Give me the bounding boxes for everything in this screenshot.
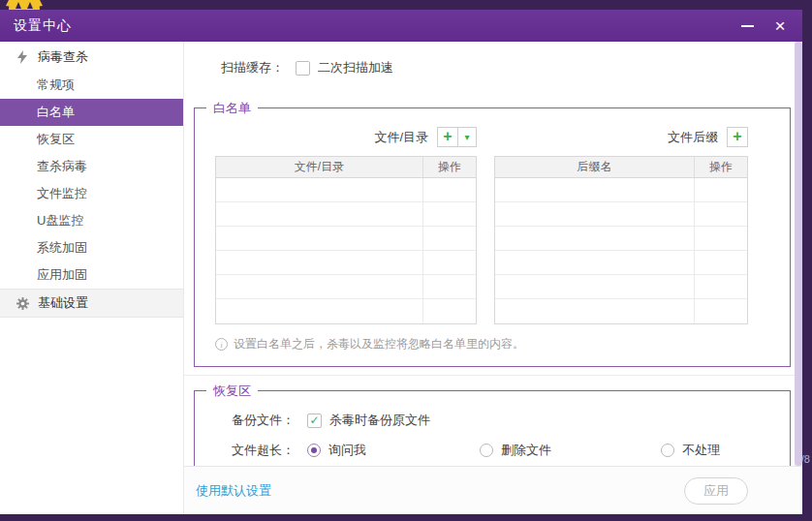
info-icon: i bbox=[215, 338, 228, 351]
footer: 使用默认设置 应用 bbox=[184, 466, 802, 514]
whitelist-section: 白名单 文件/目录 + ▾ 文件/目录 操作 bbox=[194, 107, 791, 367]
backup-checkbox[interactable]: ✓ bbox=[307, 414, 322, 428]
table-row bbox=[216, 251, 476, 275]
gear-icon bbox=[15, 297, 30, 310]
table-row bbox=[216, 178, 476, 202]
radio-icon bbox=[480, 444, 493, 457]
sidebar-item-label: 常规项 bbox=[37, 77, 75, 92]
backup-row: 备份文件： ✓ 杀毒时备份原文件 bbox=[232, 408, 790, 433]
lightning-icon bbox=[15, 50, 30, 64]
scan-cache-row: 扫描缓存： 二次扫描加速 bbox=[221, 55, 802, 80]
table-row bbox=[216, 202, 476, 227]
sidebar-item-usb-monitor[interactable]: U盘监控 bbox=[0, 207, 183, 234]
close-icon: × bbox=[774, 16, 785, 35]
sidebar-group-virus-scan[interactable]: 病毒查杀 bbox=[0, 42, 183, 72]
table-row bbox=[495, 227, 747, 251]
apply-button[interactable]: 应用 bbox=[684, 477, 748, 505]
column-header: 后缀名 bbox=[495, 157, 694, 177]
suffix-controls: 文件后缀 + bbox=[494, 126, 748, 148]
use-default-settings-link[interactable]: 使用默认设置 bbox=[196, 482, 271, 500]
whitelist-info-text: 设置白名单之后，杀毒以及监控将忽略白名单里的内容。 bbox=[234, 336, 524, 352]
sidebar-item-scan-virus[interactable]: 查杀病毒 bbox=[0, 153, 183, 180]
add-file-button[interactable]: + bbox=[437, 127, 458, 147]
sidebar-item-system-hardening[interactable]: 系统加固 bbox=[0, 234, 183, 261]
whitelist-title: 白名单 bbox=[206, 100, 258, 117]
whitelist-info: i 设置白名单之后，杀毒以及监控将忽略白名单里的内容。 bbox=[215, 336, 790, 352]
minimize-icon bbox=[741, 25, 754, 27]
overlong-row: 文件超长： 询问我 删除文件 不处理 bbox=[232, 438, 790, 463]
overlong-label: 文件超长： bbox=[232, 442, 295, 459]
scrollbar-thumb[interactable] bbox=[795, 42, 802, 466]
sidebar-item-label: 查杀病毒 bbox=[37, 159, 87, 173]
radio-label: 不处理 bbox=[682, 442, 720, 459]
minimize-button[interactable] bbox=[731, 10, 764, 42]
table-header: 文件/目录 操作 bbox=[216, 157, 476, 178]
close-button[interactable]: × bbox=[764, 10, 796, 42]
file-dir-column: 文件/目录 + ▾ 文件/目录 操作 bbox=[215, 126, 477, 324]
backup-label: 备份文件： bbox=[232, 412, 295, 429]
scrollbar[interactable] bbox=[795, 42, 802, 466]
table-row bbox=[495, 251, 747, 275]
suffix-table: 后缀名 操作 bbox=[494, 156, 748, 324]
file-dir-label: 文件/目录 bbox=[374, 129, 428, 146]
radio-ask-me[interactable]: 询问我 bbox=[307, 442, 366, 459]
recovery-title: 恢复区 bbox=[206, 383, 258, 400]
table-row bbox=[495, 178, 747, 202]
add-file-dropdown-button[interactable]: ▾ bbox=[458, 127, 477, 147]
settings-content: 扫描缓存： 二次扫描加速 白名单 文件/目录 + ▾ bbox=[184, 42, 802, 466]
table-row bbox=[495, 275, 747, 299]
radio-delete-file[interactable]: 删除文件 bbox=[480, 442, 551, 459]
sidebar-item-general[interactable]: 常规项 bbox=[0, 72, 183, 99]
scan-cache-label: 扫描缓存： bbox=[221, 59, 284, 77]
radio-label: 删除文件 bbox=[501, 442, 551, 459]
recovery-section: 恢复区 备份文件： ✓ 杀毒时备份原文件 文件超长： 询问我 bbox=[194, 390, 791, 466]
table-header: 后缀名 操作 bbox=[495, 157, 747, 178]
add-suffix-button[interactable]: + bbox=[727, 127, 748, 147]
background-page-indicator: /8 bbox=[801, 453, 810, 465]
suffix-column: 文件后缀 + 后缀名 操作 bbox=[494, 126, 748, 324]
secondary-scan-label: 二次扫描加速 bbox=[318, 59, 393, 77]
window-body: 病毒查杀 常规项 白名单 恢复区 查杀病毒 文件监控 U盘监控 系统加固 应用加… bbox=[0, 42, 802, 514]
sidebar-item-label: 应用加固 bbox=[37, 267, 87, 282]
section-divider bbox=[184, 375, 802, 376]
table-row bbox=[216, 227, 476, 251]
sidebar: 病毒查杀 常规项 白名单 恢复区 查杀病毒 文件监控 U盘监控 系统加固 应用加… bbox=[0, 42, 184, 514]
radio-selected-icon bbox=[307, 444, 321, 457]
table-row bbox=[495, 202, 747, 227]
column-header: 操作 bbox=[422, 157, 476, 177]
radio-label: 询问我 bbox=[328, 442, 366, 459]
sidebar-item-label: U盘监控 bbox=[37, 213, 83, 228]
sidebar-item-label: 白名单 bbox=[37, 105, 75, 119]
titlebar[interactable]: 设置中心 × bbox=[0, 10, 802, 42]
radio-icon bbox=[661, 444, 674, 457]
suffix-label: 文件后缀 bbox=[668, 129, 718, 146]
desktop-background: /8 设置中心 × 病毒查杀 常规项 白名单 恢复区 查杀病毒 bbox=[0, 0, 812, 521]
backup-option-label: 杀毒时备份原文件 bbox=[329, 412, 430, 429]
sidebar-item-whitelist[interactable]: 白名单 bbox=[0, 99, 183, 126]
window-title: 设置中心 bbox=[14, 10, 72, 42]
sidebar-item-recovery[interactable]: 恢复区 bbox=[0, 126, 183, 153]
whitelist-columns: 文件/目录 + ▾ 文件/目录 操作 bbox=[215, 126, 790, 324]
sidebar-group-label: 病毒查杀 bbox=[38, 48, 88, 66]
file-dir-controls: 文件/目录 + ▾ bbox=[215, 126, 477, 148]
column-header: 文件/目录 bbox=[216, 157, 422, 177]
sidebar-item-label: 恢复区 bbox=[37, 132, 75, 146]
file-dir-table: 文件/目录 操作 bbox=[215, 156, 477, 324]
secondary-scan-checkbox[interactable] bbox=[296, 61, 310, 76]
sidebar-item-file-monitor[interactable]: 文件监控 bbox=[0, 180, 183, 207]
radio-no-action[interactable]: 不处理 bbox=[661, 442, 720, 459]
settings-window: 设置中心 × 病毒查杀 常规项 白名单 恢复区 查杀病毒 文件监控 U盘监控 bbox=[0, 10, 802, 514]
table-row bbox=[216, 275, 476, 299]
table-row bbox=[216, 299, 476, 323]
sidebar-item-app-hardening[interactable]: 应用加固 bbox=[0, 261, 183, 289]
sidebar-item-label: 系统加固 bbox=[37, 240, 87, 255]
sidebar-group-label: 基础设置 bbox=[38, 294, 88, 312]
window-controls: × bbox=[731, 10, 796, 42]
table-row bbox=[495, 299, 747, 323]
column-header: 操作 bbox=[694, 157, 747, 177]
sidebar-item-label: 文件监控 bbox=[37, 186, 87, 200]
sidebar-group-basic-settings[interactable]: 基础设置 bbox=[0, 289, 183, 318]
